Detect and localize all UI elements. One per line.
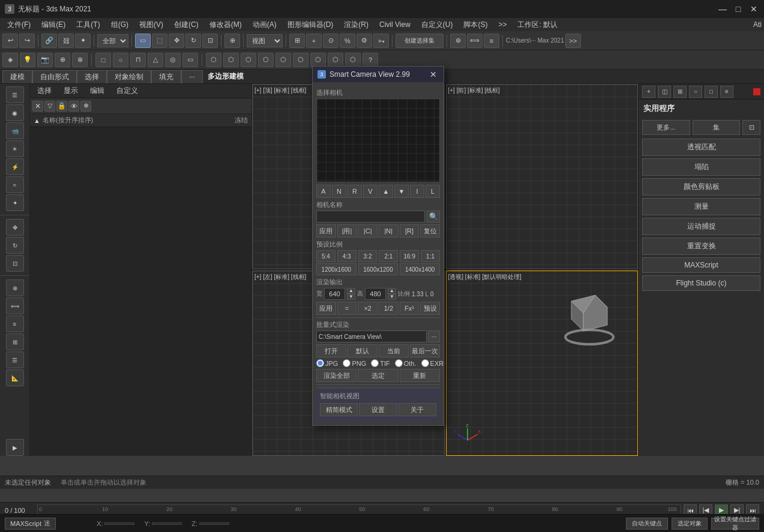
lp-move-btn[interactable]: ✥ xyxy=(6,219,24,236)
scd-nav-up[interactable]: ▲ xyxy=(379,185,393,198)
lp-section-btn[interactable]: ☰ xyxy=(6,351,24,368)
helper-button[interactable]: ⊕ xyxy=(55,53,70,67)
scene-close-btn[interactable]: ✕ xyxy=(32,101,43,112)
tb2-btn7[interactable]: ⬡ xyxy=(310,53,326,67)
lp-rotate-btn[interactable]: ↻ xyxy=(6,237,24,254)
scd-nav-i[interactable]: I xyxy=(410,185,424,198)
tb2-btn9[interactable]: ⬡ xyxy=(345,53,361,67)
scd-n-btn[interactable]: |N| xyxy=(379,224,399,238)
lp-helper-btn[interactable]: ≈ xyxy=(6,176,24,193)
utility-perspective-match-btn[interactable]: 透视匹配 xyxy=(642,139,760,156)
cylinder-button[interactable]: ⊓ xyxy=(130,53,146,67)
tab-more[interactable]: ··· xyxy=(181,70,203,83)
rp-square-btn[interactable]: □ xyxy=(705,86,718,98)
lp-measure-btn[interactable]: 📐 xyxy=(6,369,24,386)
scd-preview-viewport[interactable] xyxy=(316,98,440,182)
scd-render-fx-btn[interactable]: Fx¹ xyxy=(400,302,420,315)
set-key-filter-btn[interactable]: 设置关键点过滤器 xyxy=(711,518,759,530)
utility-flight-studio-btn[interactable]: Flight Studio (c) xyxy=(642,275,760,291)
mirror-button[interactable]: ⟺ xyxy=(467,34,483,48)
scd-width-down[interactable]: ▼ xyxy=(347,294,355,300)
scd-preset-16-9[interactable]: 16:9 xyxy=(400,250,419,262)
rp-view-btn[interactable]: ◫ xyxy=(658,86,671,98)
spacewarp-button[interactable]: ⊗ xyxy=(72,53,88,67)
scd-about-btn[interactable]: 关于 xyxy=(399,403,436,416)
scd-height-up[interactable]: ▲ xyxy=(388,288,396,294)
move-button[interactable]: ✥ xyxy=(169,34,184,48)
viewport-front[interactable]: [+] [前] [标准] [线框] xyxy=(446,84,639,269)
scd-preset-1600x1200[interactable]: 1600x1200 xyxy=(358,263,399,275)
scd-camera-name-input[interactable] xyxy=(316,211,425,223)
minimize-button[interactable]: — xyxy=(717,4,728,14)
scd-batch-default-btn[interactable]: 默认 xyxy=(347,344,377,357)
scd-render-x2-btn[interactable]: ×2 xyxy=(358,302,377,315)
menu-workspace[interactable]: 工作区: 默认 xyxy=(513,19,562,31)
menu-script[interactable]: 脚本(S) xyxy=(459,19,492,31)
scd-render-half-btn[interactable]: 1/2 xyxy=(379,302,399,315)
align-button[interactable]: ≡ xyxy=(484,34,499,48)
select-object-button[interactable]: ▭ xyxy=(135,34,151,48)
scd-render-eq-btn[interactable]: = xyxy=(337,302,357,315)
path-button[interactable]: >> xyxy=(565,34,581,48)
scene-lock-btn[interactable]: 🔒 xyxy=(56,101,67,112)
angle-snap-button[interactable]: ⊙ xyxy=(323,34,338,48)
scd-preset-1-1[interactable]: 1:1 xyxy=(421,250,440,262)
utility-reset-xform-btn[interactable]: 重置变换 xyxy=(642,238,760,255)
viewport-dropdown[interactable]: 视图 xyxy=(247,34,283,47)
select-obj-btn[interactable]: 选定对象 xyxy=(672,518,708,530)
scene-select-btn[interactable]: 选择 xyxy=(34,85,55,97)
lp-select-btn[interactable]: ☰ xyxy=(6,86,24,103)
scd-reset-btn[interactable]: 复位 xyxy=(420,224,440,238)
lp-camera-btn[interactable]: 📹 xyxy=(6,122,24,139)
scd-render-refresh-btn[interactable]: 重新 xyxy=(400,369,440,382)
menu-file[interactable]: 文件(F) xyxy=(2,19,35,31)
tab-select[interactable]: 选择 xyxy=(77,70,107,83)
scd-nav-a[interactable]: A xyxy=(316,185,331,198)
tab-modeling[interactable]: 建模 xyxy=(2,70,32,83)
rotate-button[interactable]: ↻ xyxy=(185,34,201,48)
viewport-perspective[interactable]: [透视] [标准] [默认明暗处理] X Y Z xyxy=(446,270,639,456)
scd-settings-btn[interactable]: 设置 xyxy=(359,403,397,416)
scene-display-btn[interactable]: 显示 xyxy=(60,85,82,97)
select-region-button[interactable]: ⬚ xyxy=(152,34,167,48)
scd-batch-last-btn[interactable]: 最后一次 xyxy=(410,344,440,357)
utility-collapse-btn[interactable]: 塌陷 xyxy=(642,158,760,176)
spinner-snap-button[interactable]: ⚙ xyxy=(356,34,372,48)
scd-batch-open-btn[interactable]: 打开 xyxy=(316,344,346,357)
scd-preset-4-3[interactable]: 4:3 xyxy=(337,250,356,262)
unlink-button[interactable]: ⛓ xyxy=(58,34,74,48)
scd-preset-1200x1600[interactable]: 1200x1600 xyxy=(316,263,356,275)
utility-more-btn[interactable]: 更多... xyxy=(642,120,690,135)
scd-use-btn[interactable]: |用| xyxy=(337,224,357,238)
percent-snap-button[interactable]: % xyxy=(340,34,355,48)
lp-magnet-btn[interactable]: ⊕ xyxy=(6,279,24,296)
snap2d-button[interactable]: + xyxy=(306,34,322,48)
utility-set-btn[interactable]: 集 xyxy=(693,120,741,135)
scd-format-jpg[interactable]: JPG xyxy=(316,359,338,367)
scene-edit-btn[interactable]: 编辑 xyxy=(86,85,108,97)
menu-view[interactable]: 视图(V) xyxy=(134,19,168,31)
menu-animation[interactable]: 动画(A) xyxy=(248,19,281,31)
scd-batch-path-input[interactable] xyxy=(316,330,427,342)
utility-maxscript-btn[interactable]: MAXScript xyxy=(642,257,760,273)
scene-freeze-btn[interactable]: ❄ xyxy=(80,101,91,112)
scd-preset-2-1[interactable]: 2:1 xyxy=(379,250,398,262)
reference-button[interactable]: ⊕ xyxy=(224,34,240,48)
tb2-btn8[interactable]: ⬡ xyxy=(328,53,343,67)
scd-render-selected-btn[interactable]: 选定 xyxy=(358,369,398,382)
lp-light-btn[interactable]: ☀ xyxy=(6,140,24,157)
rp-grid-btn[interactable]: ⊞ xyxy=(673,86,687,98)
scd-format-tif[interactable]: TIF xyxy=(371,359,390,367)
tb2-btn3[interactable]: ⬡ xyxy=(241,53,256,67)
link-button[interactable]: 🔗 xyxy=(41,34,57,48)
menu-civil-view[interactable]: Civil View xyxy=(374,19,415,30)
scd-nav-down[interactable]: ▼ xyxy=(394,185,409,198)
scd-simple-mode-btn[interactable]: 精简模式 xyxy=(320,403,358,416)
bind-button[interactable]: ✦ xyxy=(75,34,91,48)
plane-button[interactable]: ▭ xyxy=(182,53,198,67)
scene-visible-btn[interactable]: 👁 xyxy=(68,101,79,112)
utility-motion-capture-btn[interactable]: 运动捕捉 xyxy=(642,218,760,235)
tb2-btn5[interactable]: ⬡ xyxy=(275,53,291,67)
scene-customize-btn[interactable]: 自定义 xyxy=(113,85,142,97)
scd-titlebar[interactable]: 3 Smart Camera View 2.99 ✕ xyxy=(313,67,444,82)
